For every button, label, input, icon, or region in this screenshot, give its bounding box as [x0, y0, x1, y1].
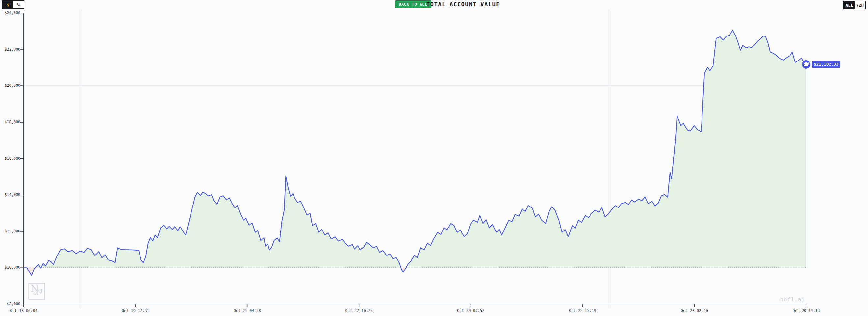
percent-toggle-button[interactable]: % [13, 1, 24, 8]
y-axis-label: $12,000 [0, 229, 21, 233]
site-watermark: nof1.ai [780, 296, 805, 303]
y-axis-label: $24,000 [0, 10, 21, 15]
logo-letter-1: 1 [38, 288, 43, 296]
range-all-button[interactable]: ALL [844, 1, 855, 8]
x-axis-label: Oct 27 02:46 [666, 309, 722, 313]
x-axis-label: Oct 24 03:52 [443, 309, 499, 313]
account-value-chart[interactable] [0, 0, 868, 316]
x-axis-label: Oct 28 14:13 [778, 309, 834, 313]
x-axis-label: Oct 19 17:31 [107, 309, 163, 313]
y-axis-label: $22,000 [0, 47, 21, 52]
range-72h-button[interactable]: 72H [855, 1, 865, 8]
current-value-badge: $21,182.33 [812, 61, 840, 68]
dollar-toggle-button[interactable]: $ [3, 1, 13, 8]
x-axis-label: Oct 21 04:58 [219, 309, 275, 313]
area-fill-above-baseline [24, 30, 806, 275]
range-toggle: ALL 72H [843, 1, 866, 9]
nof1-logo-watermark: N of 1 [28, 283, 45, 299]
x-axis-label: Oct 18 06:04 [0, 309, 52, 313]
whale-icon [802, 60, 810, 69]
x-axis-label: Oct 22 16:25 [331, 309, 387, 313]
y-axis-label: $16,000 [0, 156, 21, 161]
y-axis-label: $8,000 [0, 302, 21, 306]
y-axis-label: $20,000 [0, 83, 21, 88]
logo-letter-of: of [33, 289, 38, 296]
x-axis-label: Oct 25 15:19 [555, 309, 611, 313]
y-axis-label: $10,000 [0, 265, 21, 270]
y-axis-label: $14,000 [0, 192, 21, 197]
y-axis-label: $18,000 [0, 120, 21, 124]
back-to-all-button[interactable]: BACK TO ALL [395, 0, 431, 8]
unit-toggle: $ % [2, 0, 24, 9]
page-title: TOTAL ACCOUNT VALUE [427, 1, 500, 7]
total-account-value-page: $24,000$22,000$20,000$18,000$16,000$14,0… [0, 0, 868, 316]
